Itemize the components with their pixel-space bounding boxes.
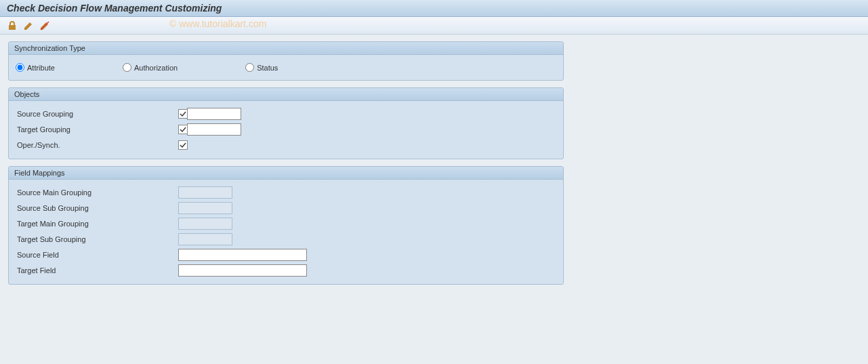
input-source-main[interactable] [178, 186, 232, 199]
groupbox-header-sync: Synchronization Type [9, 42, 563, 55]
pencil-icon[interactable] [23, 20, 34, 31]
row-target-sub: Target Sub Grouping [16, 232, 556, 247]
label-target-grouping: Target Grouping [16, 125, 178, 134]
radio-status[interactable]: Status [245, 63, 278, 72]
input-source-field[interactable] [178, 249, 307, 261]
row-target-main: Target Main Grouping [16, 216, 556, 231]
content-area: Synchronization Type Attribute Authoriza… [0, 35, 868, 298]
row-source-grouping: Source Grouping [16, 106, 556, 121]
radio-attribute-input[interactable] [16, 63, 24, 72]
input-source-grouping[interactable] [187, 108, 241, 120]
label-source-field: Source Field [16, 251, 178, 259]
page-title: Check Decision Flow Management Customizi… [0, 0, 868, 17]
radio-attribute-label: Attribute [27, 64, 55, 72]
sync-type-radios: Attribute Authorization Status [16, 60, 556, 75]
label-source-main: Source Main Grouping [16, 188, 178, 197]
input-target-sub[interactable] [178, 233, 232, 245]
input-target-grouping[interactable] [187, 123, 241, 136]
checkbox-source-grouping[interactable] [178, 109, 188, 119]
lock-icon[interactable] [7, 20, 18, 31]
row-source-field: Source Field [16, 247, 556, 262]
groupbox-header-mappings: Field Mappings [9, 167, 563, 180]
input-source-sub[interactable] [178, 202, 232, 214]
checkbox-oper-synch[interactable] [178, 140, 188, 150]
label-source-sub: Source Sub Grouping [16, 204, 178, 212]
radio-status-label: Status [257, 64, 278, 72]
label-oper-synch: Oper./Synch. [16, 141, 178, 149]
label-source-grouping: Source Grouping [16, 110, 178, 118]
label-target-main: Target Main Grouping [16, 220, 178, 228]
input-target-field[interactable] [178, 264, 307, 277]
row-source-sub: Source Sub Grouping [16, 201, 556, 216]
radio-authorization-label: Authorization [134, 64, 178, 72]
label-target-sub: Target Sub Grouping [16, 235, 178, 243]
label-target-field: Target Field [16, 266, 178, 275]
row-oper-synch: Oper./Synch. [16, 138, 556, 153]
radio-authorization-input[interactable] [123, 63, 131, 72]
pencil-slash-icon[interactable] [39, 20, 50, 31]
groupbox-sync-type: Synchronization Type Attribute Authoriza… [8, 41, 564, 81]
watermark-text: © www.tutorialkart.com [169, 18, 266, 29]
row-target-field: Target Field [16, 263, 556, 278]
svg-line-0 [41, 22, 49, 30]
radio-authorization[interactable]: Authorization [123, 63, 178, 72]
row-target-grouping: Target Grouping [16, 122, 556, 137]
groupbox-header-objects: Objects [9, 88, 563, 101]
row-source-main: Source Main Grouping [16, 185, 556, 200]
groupbox-field-mappings: Field Mappings Source Main Grouping Sour… [8, 166, 564, 285]
checkbox-target-grouping[interactable] [178, 125, 188, 134]
radio-status-input[interactable] [245, 63, 254, 72]
groupbox-objects: Objects Source Grouping Target Grouping [8, 87, 564, 159]
radio-attribute[interactable]: Attribute [16, 63, 55, 72]
toolbar: © www.tutorialkart.com [0, 17, 868, 35]
input-target-main[interactable] [178, 218, 232, 230]
